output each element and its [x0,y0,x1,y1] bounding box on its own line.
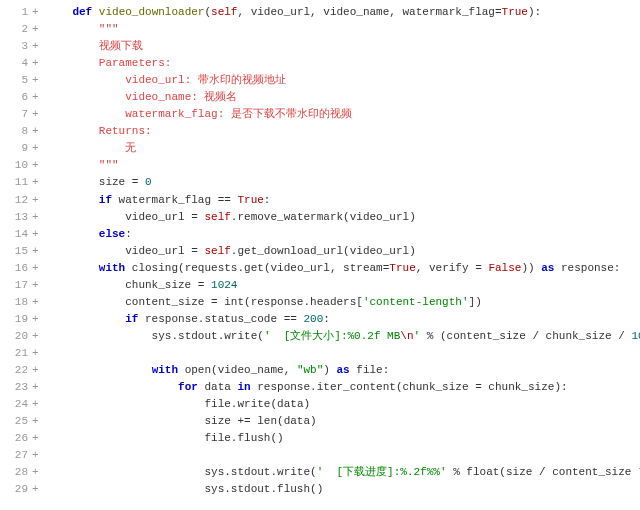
code-content: watermark_flag: 是否下载不带水印的视频 [46,106,640,123]
code-line: 4+ Parameters: [0,55,640,72]
line-number: 19 [0,311,32,328]
code-line: 2+ """ [0,21,640,38]
code-line: 27+ [0,447,640,464]
code-content: Parameters: [46,55,640,72]
code-content [46,447,640,464]
diff-add-marker: + [32,345,46,362]
diff-add-marker: + [32,123,46,140]
line-number: 21 [0,345,32,362]
line-number: 13 [0,209,32,226]
line-number: 28 [0,464,32,481]
code-content: sys.stdout.flush() [46,481,640,498]
diff-add-marker: + [32,72,46,89]
code-line: 11+ size = 0 [0,174,640,191]
diff-add-marker: + [32,89,46,106]
code-line: 19+ if response.status_code == 200: [0,311,640,328]
code-content: sys.stdout.write(' [文件大小]:%0.2f MB\n' % … [46,328,640,345]
line-number: 3 [0,38,32,55]
line-number: 29 [0,481,32,498]
line-number: 17 [0,277,32,294]
code-content: Returns: [46,123,640,140]
code-content: video_name: 视频名 [46,89,640,106]
line-number: 20 [0,328,32,345]
diff-add-marker: + [32,174,46,191]
code-line: 12+ if watermark_flag == True: [0,192,640,209]
code-line: 18+ content_size = int(response.headers[… [0,294,640,311]
diff-add-marker: + [32,38,46,55]
line-number: 22 [0,362,32,379]
line-number: 2 [0,21,32,38]
code-content: chunk_size = 1024 [46,277,640,294]
line-number: 26 [0,430,32,447]
diff-add-marker: + [32,4,46,21]
code-line: 8+ Returns: [0,123,640,140]
diff-add-marker: + [32,243,46,260]
diff-add-marker: + [32,311,46,328]
line-number: 10 [0,157,32,174]
diff-add-marker: + [32,260,46,277]
code-line: 26+ file.flush() [0,430,640,447]
code-content: 视频下载 [46,38,640,55]
code-content: size = 0 [46,174,640,191]
code-content: size += len(data) [46,413,640,430]
diff-add-marker: + [32,140,46,157]
line-number: 27 [0,447,32,464]
diff-add-marker: + [32,413,46,430]
code-line: 9+ 无 [0,140,640,157]
line-number: 18 [0,294,32,311]
line-number: 16 [0,260,32,277]
code-content: video_url = self.remove_watermark(video_… [46,209,640,226]
code-line: 16+ with closing(requests.get(video_url,… [0,260,640,277]
diff-add-marker: + [32,481,46,498]
line-number: 14 [0,226,32,243]
diff-add-marker: + [32,464,46,481]
code-content: file.flush() [46,430,640,447]
code-line: 22+ with open(video_name, "wb") as file: [0,362,640,379]
code-diff-view: 1+ def video_downloader(self, video_url,… [0,4,640,498]
code-line: 7+ watermark_flag: 是否下载不带水印的视频 [0,106,640,123]
line-number: 11 [0,174,32,191]
code-content: with closing(requests.get(video_url, str… [46,260,640,277]
code-line: 5+ video_url: 带水印的视频地址 [0,72,640,89]
diff-add-marker: + [32,396,46,413]
code-content: """ [46,21,640,38]
code-line: 10+ """ [0,157,640,174]
code-line: 15+ video_url = self.get_download_url(vi… [0,243,640,260]
line-number: 6 [0,89,32,106]
diff-add-marker: + [32,294,46,311]
code-content: file.write(data) [46,396,640,413]
diff-add-marker: + [32,430,46,447]
code-content: if watermark_flag == True: [46,192,640,209]
code-content: def video_downloader(self, video_url, vi… [46,4,640,21]
code-content: video_url: 带水印的视频地址 [46,72,640,89]
line-number: 15 [0,243,32,260]
code-line: 29+ sys.stdout.flush() [0,481,640,498]
line-number: 8 [0,123,32,140]
diff-add-marker: + [32,362,46,379]
line-number: 5 [0,72,32,89]
code-line: 3+ 视频下载 [0,38,640,55]
line-number: 12 [0,192,32,209]
line-number: 4 [0,55,32,72]
line-number: 9 [0,140,32,157]
code-line: 14+ else: [0,226,640,243]
line-number: 1 [0,4,32,21]
code-content: 无 [46,140,640,157]
code-line: 23+ for data in response.iter_content(ch… [0,379,640,396]
diff-add-marker: + [32,106,46,123]
line-number: 24 [0,396,32,413]
diff-add-marker: + [32,379,46,396]
line-number: 7 [0,106,32,123]
code-content: sys.stdout.write(' [下载进度]:%.2f%%' % floa… [46,464,640,481]
code-line: 1+ def video_downloader(self, video_url,… [0,4,640,21]
diff-add-marker: + [32,328,46,345]
code-line: 13+ video_url = self.remove_watermark(vi… [0,209,640,226]
diff-add-marker: + [32,226,46,243]
code-content: for data in response.iter_content(chunk_… [46,379,640,396]
code-content: """ [46,157,640,174]
code-line: 6+ video_name: 视频名 [0,89,640,106]
diff-add-marker: + [32,447,46,464]
diff-add-marker: + [32,21,46,38]
code-line: 21+ [0,345,640,362]
code-line: 17+ chunk_size = 1024 [0,277,640,294]
